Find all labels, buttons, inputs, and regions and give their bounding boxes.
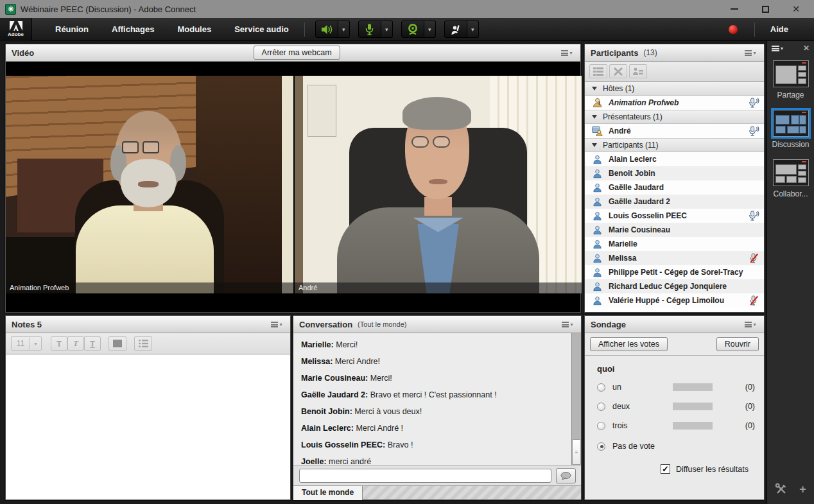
minimize-button[interactable] <box>729 4 740 14</box>
participant-name: Gaëlle Jaudard 2 <box>609 197 670 206</box>
speaker-button[interactable] <box>315 21 338 38</box>
layout-discussion-active[interactable]: Discussion <box>772 110 809 149</box>
poll-option-label: deux <box>612 402 655 411</box>
participant-row[interactable]: Gaëlle Jaudard 2 <box>585 195 764 209</box>
chat-pod: Conversation (Tout le monde) ▾ Marielle:… <box>293 315 582 500</box>
underline-button[interactable]: T <box>84 336 101 351</box>
menu-items: RéunionAffichagesModulesService audio <box>46 19 298 39</box>
close-button[interactable]: ✕ <box>791 4 801 14</box>
user-icon <box>592 197 603 207</box>
mic-muted-icon <box>748 253 759 263</box>
bold-button[interactable]: T <box>51 336 67 351</box>
radio-selected-icon[interactable] <box>597 442 605 451</box>
poll-option-deux[interactable]: deux(0) <box>585 397 764 416</box>
reopen-button[interactable]: Rouvrir <box>716 337 759 351</box>
chat-input[interactable] <box>299 469 551 483</box>
poll-option-un[interactable]: un(0) <box>585 378 764 397</box>
collapse-arrow-icon <box>592 87 597 91</box>
italic-button[interactable]: T <box>67 336 84 351</box>
broadcast-checkbox[interactable]: ✓ <box>661 464 670 474</box>
raise-hand-button[interactable] <box>444 21 467 38</box>
broadcast-results-row: ✓ Diffuser les résultats <box>661 464 764 474</box>
dock-menu-icon[interactable]: ▾ <box>772 46 783 51</box>
chat-scrollbar[interactable]: ≡ <box>571 333 581 465</box>
radio-icon[interactable] <box>597 403 605 411</box>
chat-message: Benoit Jobin: Merci à vous deux! <box>301 406 564 417</box>
menu-item-affichages[interactable]: Affichages <box>103 19 163 39</box>
chat-tab-bar: Tout le monde <box>293 485 581 500</box>
radio-icon[interactable] <box>597 422 605 430</box>
participant-row[interactable]: Animation Profweb <box>585 96 764 110</box>
layout-share[interactable]: Partage <box>773 60 809 100</box>
breakout-view-button[interactable] <box>609 64 627 78</box>
chat-scrollbar-thumb[interactable]: ≡ <box>572 439 581 465</box>
participant-row[interactable]: Alain Leclerc <box>585 152 764 166</box>
adobe-connect-app-icon: ✳ <box>5 4 16 15</box>
chat-bubble-icon <box>560 472 571 480</box>
participant-row[interactable]: Philippe Petit - Cégep de Sorel-Tracy <box>585 265 764 279</box>
poll-option-trois[interactable]: trois(0) <box>585 416 764 435</box>
list-view-button[interactable] <box>589 64 607 78</box>
layout-tools-icon[interactable] <box>775 483 788 496</box>
bullet-list-button[interactable] <box>134 336 152 351</box>
menu-item-modules[interactable]: Modules <box>168 19 220 39</box>
add-pod-icon[interactable]: + <box>799 483 806 496</box>
radio-icon[interactable] <box>597 383 605 392</box>
stop-webcam-button[interactable]: Arrêter ma webcam <box>254 46 340 60</box>
participant-row[interactable]: Melissa <box>585 251 764 265</box>
video-pod-menu-icon[interactable]: ▾ <box>559 47 575 58</box>
text-color-button[interactable] <box>108 336 126 351</box>
menu-item-aide[interactable]: Aide <box>761 19 797 39</box>
adobe-logo: Adobe <box>0 18 32 41</box>
participant-row[interactable]: Benoit Jobin <box>585 166 764 180</box>
chat-pod-menu-icon[interactable]: ▾ <box>560 318 575 330</box>
font-size-select[interactable]: 11 <box>11 336 30 351</box>
microphone-dropdown[interactable]: ▾ <box>381 21 393 38</box>
notes-pod-menu-icon[interactable]: ▾ <box>269 318 284 330</box>
participant-group-header[interactable]: Présentateurs (1) <box>585 110 764 124</box>
webcam-button[interactable] <box>401 21 424 38</box>
layout-thumbnail[interactable] <box>773 60 809 87</box>
participant-row[interactable]: Gaëlle Jaudard <box>585 180 764 195</box>
speaker-dropdown[interactable]: ▾ <box>338 21 350 38</box>
user-icon <box>592 225 603 235</box>
adobe-logo-icon <box>10 21 22 31</box>
user-icon <box>592 155 603 164</box>
participant-name: Gaëlle Jaudard <box>609 183 664 192</box>
poll-result-bar <box>673 403 713 410</box>
participant-group-header[interactable]: Participants (11) <box>585 138 764 152</box>
participants-pod-header: Participants (13) ▾ <box>585 44 764 62</box>
chat-message: Alain Leclerc: Merci André ! <box>301 422 564 434</box>
participant-row[interactable]: Marielle <box>585 237 764 251</box>
menu-item-réunion[interactable]: Réunion <box>46 19 98 39</box>
microphone-button[interactable] <box>358 21 381 38</box>
layout-thumbnail[interactable] <box>773 110 809 137</box>
raise-hand-dropdown[interactable]: ▾ <box>467 21 479 38</box>
participant-row[interactable]: Marie Cousineau <box>585 223 764 237</box>
font-size-dropdown[interactable]: ▾ <box>30 336 42 351</box>
poll-option-no-vote[interactable]: Pas de vote <box>585 437 764 456</box>
window-title: Wébinaire PEEC (Discussion) - Adobe Conn… <box>21 4 196 14</box>
participant-group-header[interactable]: Hôtes (1) <box>585 82 764 96</box>
maximize-button[interactable] <box>760 4 770 14</box>
participant-row[interactable]: André <box>585 124 764 138</box>
poll-pod-menu-icon[interactable]: ▾ <box>743 318 758 330</box>
dock-close-icon[interactable]: ✕ <box>803 44 810 53</box>
video-area: Animation Profweb <box>6 62 580 312</box>
show-votes-button[interactable]: Afficher les votes <box>590 337 668 351</box>
chat-send-button[interactable] <box>556 468 576 483</box>
user-icon <box>592 268 603 277</box>
tab-tout-le-monde[interactable]: Tout le monde <box>293 486 363 500</box>
participants-pod-menu-icon[interactable]: ▾ <box>743 47 758 58</box>
participant-row[interactable]: Louis Gosselin PEEC <box>585 209 764 223</box>
participant-row[interactable]: Valérie Huppé - Cégep Limoilou <box>585 293 764 308</box>
status-view-button[interactable] <box>629 64 647 78</box>
layout-thumbnail[interactable] <box>773 159 809 186</box>
notes-content[interactable] <box>6 355 290 500</box>
breakout-view-icon <box>614 67 623 76</box>
adobe-connect-window: ✳ Wébinaire PEEC (Discussion) - Adobe Co… <box>0 0 814 504</box>
webcam-dropdown[interactable]: ▾ <box>424 21 436 38</box>
participant-row[interactable]: Richard Leduc Cégep Jonquiere <box>585 279 764 293</box>
menu-item-service-audio[interactable]: Service audio <box>225 19 298 39</box>
layout-collab[interactable]: Collabor... <box>773 159 809 198</box>
